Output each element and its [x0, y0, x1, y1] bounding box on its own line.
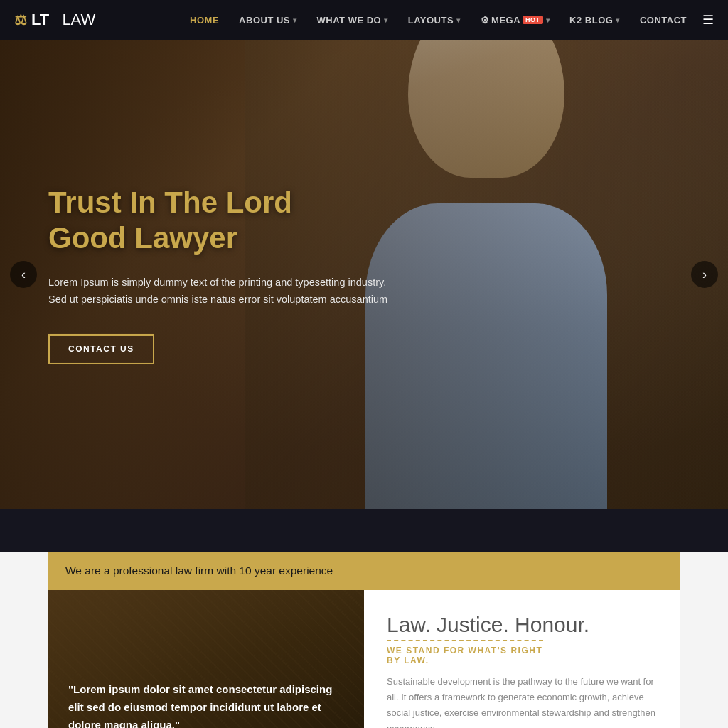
- left-quote: "Lorem ipsum dolor sit amet consectetur …: [68, 681, 344, 728]
- nav-item-contact[interactable]: CONTACT: [630, 0, 697, 40]
- hero-description: Lorem Ipsum is simply dummy text of the …: [48, 274, 387, 309]
- contact-us-button[interactable]: CONTACT US: [48, 334, 154, 364]
- nav-item-about[interactable]: ABOUT US ▾: [229, 0, 306, 40]
- chevron-down-icon: ▾: [546, 16, 550, 24]
- nav-menu: HOME ABOUT US ▾ WHAT WE DO ▾ LAYOUTS ▾ ⚙…: [180, 0, 697, 40]
- chevron-down-icon: ▾: [616, 16, 620, 24]
- right-text: Sustainable development is the pathway t…: [387, 674, 657, 728]
- chevron-down-icon: ▾: [384, 16, 388, 24]
- hamburger-icon[interactable]: ☰: [702, 12, 714, 28]
- navbar: ⚖ LT LAW HOME ABOUT US ▾ WHAT WE DO ▾ LA…: [0, 0, 728, 40]
- dark-strip: [0, 509, 728, 552]
- nav-link-layouts[interactable]: LAYOUTS ▾: [398, 0, 471, 40]
- professional-bar: We are a professional law firm with 10 y…: [48, 552, 680, 590]
- nav-item-layouts[interactable]: LAYOUTS ▾: [398, 0, 471, 40]
- lower-section: We are a professional law firm with 10 y…: [0, 552, 728, 728]
- chevron-down-icon: ▾: [293, 16, 297, 24]
- right-title: Law. Justice. Honour.: [387, 613, 657, 637]
- right-subtitle: WE STAND FOR WHAT'S RIGHT BY LAW.: [387, 640, 543, 665]
- nav-item-k2blog[interactable]: K2 BLOG ▾: [560, 0, 630, 40]
- slider-prev-button[interactable]: ‹: [10, 261, 37, 288]
- nav-item-home[interactable]: HOME: [180, 0, 229, 40]
- hot-badge: HOT: [523, 16, 543, 24]
- nav-link-contact[interactable]: CONTACT: [630, 0, 697, 40]
- nav-link-whatwedo[interactable]: WHAT WE DO ▾: [307, 0, 398, 40]
- nav-item-whatwedo[interactable]: WHAT WE DO ▾: [307, 0, 398, 40]
- logo[interactable]: ⚖ LT LAW: [14, 11, 100, 29]
- logo-icon: ⚖: [14, 11, 27, 28]
- gear-icon: ⚙: [481, 15, 490, 26]
- col-left: "Lorem ipsum dolor sit amet consectetur …: [48, 590, 364, 728]
- nav-link-home[interactable]: HOME: [180, 0, 229, 40]
- slider-next-button[interactable]: ›: [691, 261, 718, 288]
- nav-link-k2blog[interactable]: K2 BLOG ▾: [560, 0, 630, 40]
- hero-title: Trust In The Lord Good Lawyer: [48, 185, 387, 257]
- hero-section: ‹ › Trust In The Lord Good Lawyer Lorem …: [0, 40, 728, 509]
- col-right: Law. Justice. Honour. WE STAND FOR WHAT'…: [364, 590, 680, 728]
- chevron-down-icon: ▾: [456, 16, 461, 24]
- two-column-section: "Lorem ipsum dolor sit amet consectetur …: [48, 590, 680, 728]
- nav-link-mega[interactable]: ⚙ MEGA HOT ▾: [471, 0, 560, 40]
- logo-lt: LT: [31, 11, 49, 29]
- hero-content: Trust In The Lord Good Lawyer Lorem Ipsu…: [48, 185, 387, 364]
- logo-law: LAW: [62, 11, 95, 29]
- nav-item-mega[interactable]: ⚙ MEGA HOT ▾: [471, 0, 560, 40]
- nav-link-about[interactable]: ABOUT US ▾: [229, 0, 306, 40]
